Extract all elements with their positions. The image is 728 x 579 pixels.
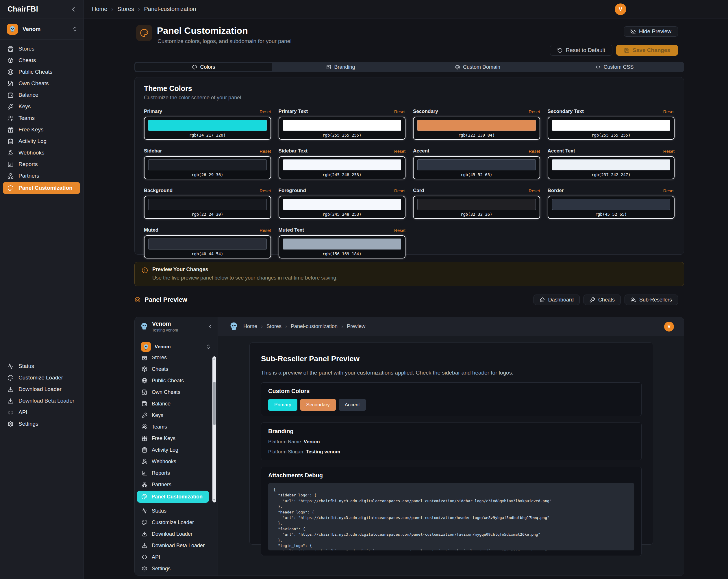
- swatch-picker[interactable]: rgb(26 29 36): [144, 156, 271, 179]
- preview-sidebar-item-webhooks[interactable]: Webhooks: [135, 456, 210, 467]
- sidebar-item-download-loader[interactable]: Download Loader: [0, 384, 83, 395]
- swatch-picker[interactable]: rgb(22 24 30): [144, 196, 271, 219]
- preview-sidebar-item-customize-loader[interactable]: Customize Loader: [135, 517, 210, 528]
- tab-custom-domain[interactable]: Custom Domain: [409, 63, 546, 71]
- swatch-reset-link[interactable]: Reset: [260, 109, 271, 114]
- preview-sidebar-item-panel-customization[interactable]: Panel Customization: [137, 491, 209, 503]
- sidebar-collapse-button[interactable]: [70, 5, 77, 13]
- nav-label: Own Cheats: [19, 80, 49, 87]
- preview-breadcrumb-item-stores[interactable]: Stores: [266, 324, 282, 330]
- preview-sidebar-item-own-cheats[interactable]: Own Cheats: [135, 386, 210, 398]
- dashboard-button[interactable]: Dashboard: [534, 295, 580, 305]
- sidebar-item-panel-customization[interactable]: Panel Customization: [3, 182, 80, 194]
- swatch-picker[interactable]: rgb(32 32 36): [413, 196, 540, 219]
- sidebar-item-stores[interactable]: Stores: [0, 43, 83, 55]
- sidebar-item-status[interactable]: Status: [0, 360, 83, 372]
- swatch-reset-link[interactable]: Reset: [528, 188, 540, 193]
- preview-sidebar-item-free-keys[interactable]: Free Keys: [135, 433, 210, 444]
- swatch-reset-link[interactable]: Reset: [260, 149, 271, 154]
- sidebar-item-settings[interactable]: Settings: [0, 418, 83, 430]
- sidebar-item-api[interactable]: API: [0, 407, 83, 418]
- swatch-picker[interactable]: rgb(45 52 65): [548, 196, 675, 219]
- swatch-reset-link[interactable]: Reset: [394, 109, 406, 114]
- scrollbar-arrow-up[interactable]: [213, 358, 215, 360]
- sidebar-item-keys[interactable]: Keys: [0, 101, 83, 112]
- cheats-button[interactable]: Cheats: [583, 295, 621, 305]
- save-changes-button[interactable]: Save Changes: [616, 45, 678, 56]
- breadcrumb-item-stores[interactable]: Stores: [117, 6, 134, 12]
- preview-user-avatar[interactable]: V: [664, 322, 674, 332]
- sidebar-item-webhooks[interactable]: Webhooks: [0, 147, 83, 159]
- sidebar-item-download-beta-loader[interactable]: Download Beta Loader: [0, 395, 83, 407]
- sidebar-item-cheats[interactable]: Cheats: [0, 55, 83, 66]
- preview-sidebar-item-stores[interactable]: Stores: [135, 356, 210, 363]
- breadcrumb-item-panel-customization[interactable]: Panel-customization: [144, 6, 196, 12]
- preview-sidebar-item-download-beta-loader[interactable]: Download Beta Loader: [135, 540, 210, 551]
- custom-color-secondary-button[interactable]: Secondary: [300, 399, 336, 411]
- swatch-picker[interactable]: rgb(255 255 255): [548, 117, 675, 140]
- sidebar-item-free-keys[interactable]: Free Keys: [0, 124, 83, 135]
- preview-sidebar-item-api[interactable]: API: [135, 551, 210, 563]
- preview-sidebar-item-public-cheats[interactable]: Public Cheats: [135, 375, 210, 386]
- custom-color-accent-button[interactable]: Accent: [339, 399, 366, 411]
- swatch-reset-link[interactable]: Reset: [663, 188, 675, 193]
- preview-collapse-button[interactable]: [207, 324, 213, 330]
- sidebar-item-activity-log[interactable]: Activity Log: [0, 135, 83, 147]
- preview-sidebar-item-download-loader[interactable]: Download Loader: [135, 528, 210, 540]
- hide-preview-button[interactable]: Hide Preview: [624, 26, 678, 37]
- breadcrumb-separator: ›: [261, 324, 263, 330]
- tab-colors[interactable]: Colors: [135, 63, 272, 71]
- swatch-picker[interactable]: rgb(255 255 255): [279, 117, 406, 140]
- user-avatar[interactable]: V: [615, 3, 626, 15]
- swatch-reset-link[interactable]: Reset: [260, 188, 271, 193]
- preview-workspace-selector[interactable]: Venom: [138, 340, 214, 354]
- swatch-label: Muted Text: [279, 227, 304, 233]
- sub-resellers-button[interactable]: Sub-Resellers: [625, 295, 678, 305]
- swatch-picker[interactable]: rgb(222 139 84): [413, 117, 540, 140]
- swatch-reset-link[interactable]: Reset: [394, 188, 406, 193]
- preview-sidebar-item-teams[interactable]: Teams: [135, 421, 210, 433]
- swatch-reset-link[interactable]: Reset: [663, 149, 675, 154]
- workspace-selector[interactable]: Venom: [0, 19, 83, 39]
- swatch-picker[interactable]: rgb(45 52 65): [413, 156, 540, 179]
- sidebar-item-balance[interactable]: Balance: [0, 89, 83, 101]
- swatch-reset-link[interactable]: Reset: [528, 109, 540, 114]
- swatch-picker[interactable]: rgb(40 44 54): [144, 236, 271, 258]
- preview-sidebar-item-keys[interactable]: Keys: [135, 410, 210, 421]
- scrollbar-thumb[interactable]: [213, 382, 215, 425]
- sidebar-item-partners[interactable]: Partners: [0, 170, 83, 182]
- preview-sidebar-item-cheats[interactable]: Cheats: [135, 363, 210, 375]
- swatch-picker[interactable]: rgb(245 248 253): [279, 196, 406, 219]
- reset-to-default-button[interactable]: Reset to Default: [550, 45, 613, 56]
- swatch-reset-link[interactable]: Reset: [260, 228, 271, 233]
- breadcrumb-item-home[interactable]: Home: [92, 6, 107, 12]
- sidebar-item-teams[interactable]: Teams: [0, 112, 83, 124]
- sidebar-item-public-cheats[interactable]: Public Cheats: [0, 66, 83, 78]
- preview-breadcrumb-item-preview[interactable]: Preview: [347, 324, 365, 330]
- sidebar-item-own-cheats[interactable]: Own Cheats: [0, 78, 83, 89]
- swatch-reset-link[interactable]: Reset: [394, 228, 406, 233]
- preview-sidebar-item-settings[interactable]: Settings: [135, 563, 210, 574]
- swatch-picker[interactable]: rgb(245 248 253): [279, 156, 406, 179]
- sidebar-item-reports[interactable]: Reports: [0, 159, 83, 170]
- swatch-reset-link[interactable]: Reset: [663, 109, 675, 114]
- swatch-reset-link[interactable]: Reset: [528, 149, 540, 154]
- preview-sidebar-item-status[interactable]: Status: [135, 505, 210, 517]
- swatch-label: Secondary: [413, 109, 438, 114]
- preview-breadcrumb-item-panel-customization[interactable]: Panel-customization: [291, 324, 338, 330]
- scrollbar-arrow-down[interactable]: [213, 499, 215, 501]
- swatch-picker[interactable]: rgb(24 217 220): [144, 117, 271, 140]
- sidebar-item-customize-loader[interactable]: Customize Loader: [0, 372, 83, 384]
- preview-sidebar-item-partners[interactable]: Partners: [135, 479, 210, 490]
- preview-scrollbar[interactable]: [212, 356, 216, 502]
- preview-sidebar-item-activity-log[interactable]: Activity Log: [135, 444, 210, 456]
- swatch-picker[interactable]: rgb(237 242 247): [548, 156, 675, 179]
- custom-color-primary-button[interactable]: Primary: [268, 399, 297, 411]
- swatch-reset-link[interactable]: Reset: [394, 149, 406, 154]
- tab-branding[interactable]: Branding: [272, 63, 409, 71]
- preview-sidebar-item-balance[interactable]: Balance: [135, 398, 210, 410]
- swatch-picker[interactable]: rgb(156 169 184): [279, 236, 406, 258]
- tab-custom-css[interactable]: Custom CSS: [546, 63, 683, 71]
- preview-breadcrumb-item-home[interactable]: Home: [243, 324, 257, 330]
- preview-sidebar-item-reports[interactable]: Reports: [135, 467, 210, 479]
